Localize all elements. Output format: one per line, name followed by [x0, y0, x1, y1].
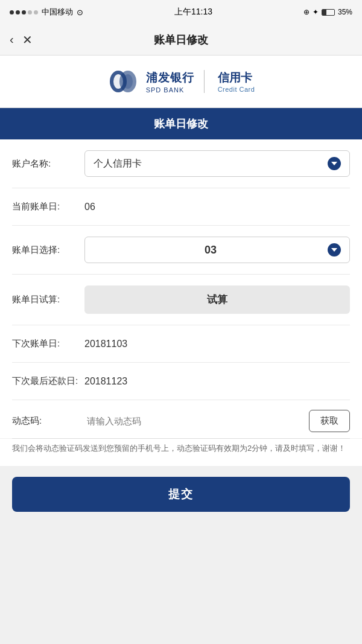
dynamic-code-label: 动态码: — [12, 415, 84, 427]
time-label: 上午11:13 — [174, 7, 212, 18]
nav-bar: ‹ ✕ 账单日修改 — [0, 24, 362, 56]
bank-name-cn: 浦发银行 — [146, 70, 194, 86]
select-day-label: 账单日选择: — [12, 244, 84, 256]
select-day-row: 账单日选择: 03 — [12, 226, 350, 275]
calc-label: 账单日试算: — [12, 294, 84, 305]
wifi-icon: ⊙ — [77, 8, 83, 17]
account-select-text: 个人信用卡 — [94, 158, 142, 170]
next-pay-value: 20181123 — [84, 376, 350, 387]
calc-row: 账单日试算: 试算 — [12, 275, 350, 325]
day-select-text: 03 — [94, 244, 328, 257]
status-bar: 中国移动 ⊙ 上午11:13 ⊕ ✦ 35% — [0, 0, 362, 24]
bluetooth-icon: ✦ — [313, 8, 319, 16]
nav-controls: ‹ ✕ — [10, 33, 33, 47]
day-select[interactable]: 03 — [84, 237, 350, 263]
next-bill-value: 20181103 — [84, 339, 350, 349]
account-chevron-icon — [328, 157, 341, 170]
status-left: 中国移动 ⊙ — [10, 7, 83, 18]
dynamic-code-input[interactable] — [87, 416, 309, 426]
bank-credit-cn: 信用卡 — [218, 70, 255, 86]
location-icon: ⊕ — [303, 8, 310, 16]
section-header-title: 账单日修改 — [154, 118, 208, 130]
account-label: 账户名称: — [12, 158, 84, 170]
bank-logo-divider — [204, 70, 205, 93]
signal-icon — [10, 10, 38, 14]
bank-credit-en: Credit Card — [218, 86, 255, 93]
status-right: ⊕ ✦ 35% — [303, 8, 352, 16]
carrier-label: 中国移动 — [42, 7, 73, 18]
bank-name-sub: SPD BANK — [146, 86, 194, 94]
current-day-label: 当前账单日: — [12, 201, 84, 212]
battery-icon — [322, 9, 335, 16]
submit-button[interactable]: 提交 — [12, 477, 350, 512]
bank-text-cn: 浦发银行 SPD BANK — [146, 70, 194, 94]
next-pay-label: 下次最后还款日: — [12, 375, 84, 387]
next-bill-row: 下次账单日: 20181103 — [12, 325, 350, 363]
account-select[interactable]: 个人信用卡 — [84, 150, 350, 177]
next-bill-label: 下次账单日: — [12, 338, 84, 349]
hint-text: 我们会将动态验证码发送到您预留的手机号上，动态验证码有效期为2分钟，请及时填写，… — [0, 439, 362, 466]
bank-credit-block: 信用卡 Credit Card — [218, 70, 255, 93]
bank-logo-area: 浦发银行 SPD BANK 信用卡 Credit Card — [0, 56, 362, 108]
current-day-value: 06 — [84, 202, 350, 212]
form-area: 账户名称: 个人信用卡 当前账单日: 06 账单日选择: 03 账单日试算: 试… — [0, 139, 362, 438]
calc-button[interactable]: 试算 — [84, 285, 350, 314]
dynamic-code-row: 动态码: 获取 — [12, 400, 350, 438]
section-header: 账单日修改 — [0, 108, 362, 139]
back-button[interactable]: ‹ — [10, 33, 14, 46]
bank-logo-inner: 浦发银行 SPD BANK 信用卡 Credit Card — [107, 69, 255, 94]
submit-area: 提交 — [0, 466, 362, 530]
next-pay-row: 下次最后还款日: 20181123 — [12, 363, 350, 400]
get-code-button[interactable]: 获取 — [309, 410, 350, 432]
svg-point-3 — [123, 74, 133, 89]
day-chevron-icon — [328, 243, 341, 257]
bank-logo-icon — [107, 69, 139, 94]
battery-label: 35% — [338, 8, 352, 16]
nav-title: 账单日修改 — [154, 33, 208, 47]
close-button[interactable]: ✕ — [22, 33, 33, 47]
current-day-row: 当前账单日: 06 — [12, 188, 350, 226]
account-row: 账户名称: 个人信用卡 — [12, 139, 350, 188]
